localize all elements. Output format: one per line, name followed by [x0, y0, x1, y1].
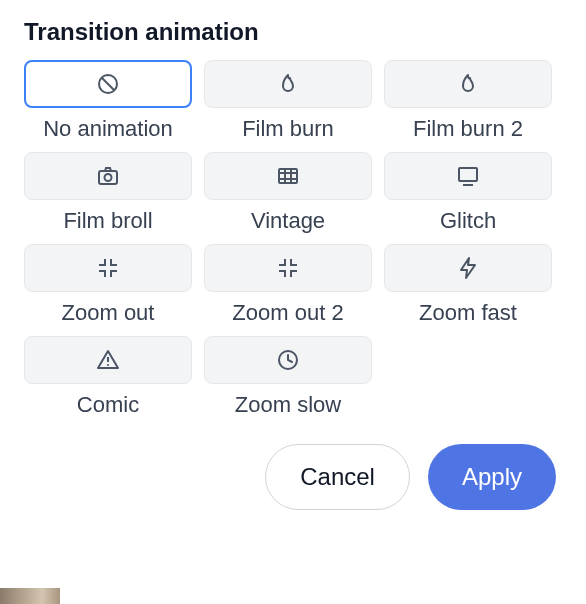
tile-label-no-animation: No animation — [43, 116, 173, 142]
tile-label-zoom-out-2: Zoom out 2 — [232, 300, 343, 326]
tile-comic: Comic — [24, 336, 192, 418]
tile-no-animation: No animation — [24, 60, 192, 142]
bolt-icon — [456, 256, 480, 280]
tile-button-film-broll[interactable] — [24, 152, 192, 200]
tile-button-vintage[interactable] — [204, 152, 372, 200]
tile-button-zoom-slow[interactable] — [204, 336, 372, 384]
film-icon — [276, 164, 300, 188]
warning-icon — [96, 348, 120, 372]
apply-button[interactable]: Apply — [428, 444, 556, 510]
clock-icon — [276, 348, 300, 372]
minimize-icon — [276, 256, 300, 280]
tile-button-no-animation[interactable] — [24, 60, 192, 108]
tile-button-glitch[interactable] — [384, 152, 552, 200]
tile-glitch: Glitch — [384, 152, 552, 234]
tile-zoom-out-2: Zoom out 2 — [204, 244, 372, 326]
tile-zoom-out: Zoom out — [24, 244, 192, 326]
tile-vintage: Vintage — [204, 152, 372, 234]
tile-label-zoom-out: Zoom out — [62, 300, 155, 326]
tile-button-comic[interactable] — [24, 336, 192, 384]
minimize-icon — [96, 256, 120, 280]
camera-icon — [96, 164, 120, 188]
tile-label-film-broll: Film broll — [63, 208, 152, 234]
tile-film-burn-2: Film burn 2 — [384, 60, 552, 142]
cancel-button[interactable]: Cancel — [265, 444, 410, 510]
tile-button-zoom-out-2[interactable] — [204, 244, 372, 292]
tile-label-film-burn: Film burn — [242, 116, 334, 142]
tile-button-zoom-out[interactable] — [24, 244, 192, 292]
thumbnail-strip — [0, 588, 60, 604]
transition-animation-heading: Transition animation — [24, 18, 562, 46]
fire-icon — [456, 72, 480, 96]
tile-label-film-burn-2: Film burn 2 — [413, 116, 523, 142]
dialog-actions: Cancel Apply — [24, 444, 562, 510]
tile-button-film-burn[interactable] — [204, 60, 372, 108]
animation-grid: No animationFilm burnFilm burn 2Film bro… — [24, 60, 562, 418]
tile-button-zoom-fast[interactable] — [384, 244, 552, 292]
tile-zoom-fast: Zoom fast — [384, 244, 552, 326]
tile-zoom-slow: Zoom slow — [204, 336, 372, 418]
tile-label-comic: Comic — [77, 392, 139, 418]
monitor-icon — [456, 164, 480, 188]
tile-label-zoom-fast: Zoom fast — [419, 300, 517, 326]
tile-button-film-burn-2[interactable] — [384, 60, 552, 108]
tile-label-vintage: Vintage — [251, 208, 325, 234]
ban-icon — [96, 72, 120, 96]
tile-label-zoom-slow: Zoom slow — [235, 392, 341, 418]
fire-icon — [276, 72, 300, 96]
tile-film-broll: Film broll — [24, 152, 192, 234]
tile-film-burn: Film burn — [204, 60, 372, 142]
tile-label-glitch: Glitch — [440, 208, 496, 234]
